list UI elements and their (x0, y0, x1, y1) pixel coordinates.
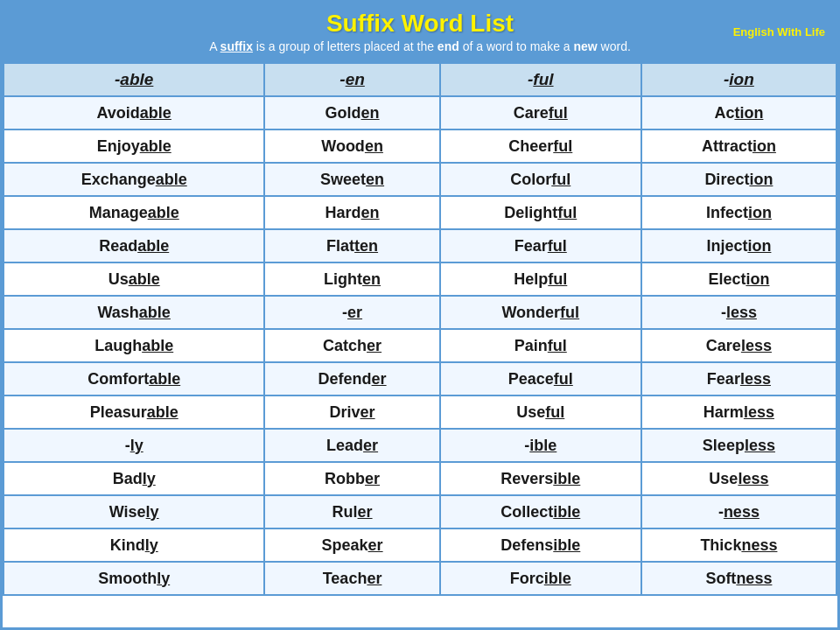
table-row: Smoothly Teacher Forcible Softness (4, 562, 836, 595)
cell: Avoidable (4, 96, 264, 130)
cell: Flatten (264, 229, 439, 262)
header-en: -en (264, 63, 439, 96)
cell: Collectible (440, 495, 641, 528)
cell: Wisely (4, 495, 264, 528)
cell: Comfortable (4, 362, 264, 396)
cell: Wooden (264, 130, 439, 163)
cell: Robber (264, 462, 439, 495)
cell: Colorful (440, 163, 641, 196)
cell: Useless (641, 462, 836, 495)
cell: Thickness (641, 528, 836, 562)
cell: Sweeten (264, 163, 439, 196)
cell: Catcher (264, 329, 439, 362)
table-row: Washable -er Wonderful -less (4, 296, 836, 329)
header: Suffix Word List A suffix is a group of … (3, 3, 837, 62)
table-row: Avoidable Golden Careful Action (4, 96, 836, 130)
cell: Cheerful (440, 130, 641, 163)
cell: Speaker (264, 528, 439, 562)
main-container: Suffix Word List A suffix is a group of … (0, 0, 840, 630)
table-row: Comfortable Defender Peaceful Fearless (4, 362, 836, 396)
cell: Defensible (440, 528, 641, 562)
sub-header-less: -less (641, 296, 836, 329)
cell: Useful (440, 396, 641, 429)
subtitle-pre: A (209, 39, 220, 53)
cell: Election (641, 262, 836, 296)
table-row: Kindly Speaker Defensible Thickness (4, 528, 836, 562)
cell: Fearful (440, 229, 641, 262)
table-row: Enjoyable Wooden Cheerful Attraction (4, 130, 836, 163)
cell: Ruler (264, 495, 439, 528)
cell: Golden (264, 96, 439, 130)
table-row: Wisely Ruler Collectible -ness (4, 495, 836, 528)
header-subtitle: A suffix is a group of letters placed at… (17, 39, 823, 53)
cell: Driver (264, 396, 439, 429)
cell: Wonderful (440, 296, 641, 329)
cell: Sleepless (641, 429, 836, 462)
cell: Injection (641, 229, 836, 262)
cell: Readable (4, 229, 264, 262)
cell: Manageable (4, 196, 264, 229)
sub-header-ness: -ness (641, 495, 836, 528)
cell: Badly (4, 462, 264, 495)
subtitle-mid2: of a word to make a (459, 39, 574, 53)
cell: Harden (264, 196, 439, 229)
cell: Careful (440, 96, 641, 130)
subtitle-post: word. (598, 39, 631, 53)
sub-header-er: -er (264, 296, 439, 329)
cell: Infection (641, 196, 836, 229)
cell: Action (641, 96, 836, 130)
page-title: Suffix Word List (17, 10, 823, 38)
suffix-table: -able -en -ful -ion Avoidable Golden Car… (3, 62, 837, 596)
sub-header-ly: -ly (4, 429, 264, 462)
cell: Peaceful (440, 362, 641, 396)
header-ion: -ion (641, 63, 836, 96)
suffix-word: suffix (220, 39, 253, 53)
cell: Defender (264, 362, 439, 396)
end-word: end (438, 39, 459, 53)
cell: Exchangeable (4, 163, 264, 196)
new-word: new (573, 39, 597, 53)
cell: Teacher (264, 562, 439, 595)
column-headers: -able -en -ful -ion (4, 63, 836, 96)
cell: Lighten (264, 262, 439, 296)
cell: Softness (641, 562, 836, 595)
cell: Painful (440, 329, 641, 362)
table-row: Laughable Catcher Painful Careless (4, 329, 836, 362)
table-wrapper: -able -en -ful -ion Avoidable Golden Car… (3, 62, 837, 596)
subtitle-mid: is a group of letters placed at the (253, 39, 438, 53)
sub-header-ible: -ible (440, 429, 641, 462)
cell: Washable (4, 296, 264, 329)
table-row: Exchangeable Sweeten Colorful Direction (4, 163, 836, 196)
cell: Pleasurable (4, 396, 264, 429)
cell: Kindly (4, 528, 264, 562)
brand: English With Life (733, 25, 825, 40)
cell: Attraction (641, 130, 836, 163)
cell: Reversible (440, 462, 641, 495)
cell: Leader (264, 429, 439, 462)
cell: Helpful (440, 262, 641, 296)
cell: Laughable (4, 329, 264, 362)
header-ful: -ful (440, 63, 641, 96)
cell: Smoothly (4, 562, 264, 595)
cell: Forcible (440, 562, 641, 595)
cell: Delightful (440, 196, 641, 229)
table-row: Readable Flatten Fearful Injection (4, 229, 836, 262)
cell: Fearless (641, 362, 836, 396)
table-row: Badly Robber Reversible Useless (4, 462, 836, 495)
cell: Usable (4, 262, 264, 296)
cell: Enjoyable (4, 130, 264, 163)
table-row: Pleasurable Driver Useful Harmless (4, 396, 836, 429)
table-row: Manageable Harden Delightful Infection (4, 196, 836, 229)
table-row: -ly Leader -ible Sleepless (4, 429, 836, 462)
table-row: Usable Lighten Helpful Election (4, 262, 836, 296)
header-able: -able (4, 63, 264, 96)
cell: Harmless (641, 396, 836, 429)
cell: Direction (641, 163, 836, 196)
cell: Careless (641, 329, 836, 362)
